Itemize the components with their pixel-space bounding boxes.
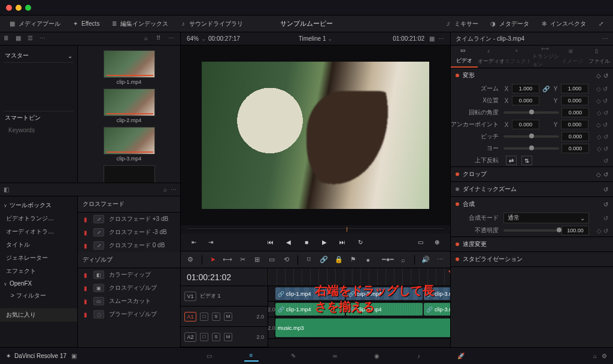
favorite-icon[interactable]: ▮ bbox=[83, 242, 89, 249]
keyframe-icon[interactable]: ◇ bbox=[596, 171, 601, 178]
crop-section-header[interactable]: クロップ◇↺ bbox=[451, 167, 613, 181]
opacity-slider[interactable] bbox=[503, 229, 559, 232]
reset-icon[interactable]: ↺ bbox=[603, 98, 608, 104]
zoom-y-field[interactable]: 1.000 bbox=[561, 84, 588, 93]
dynamic-zoom-section-header[interactable]: ダイナミックズーム↺ bbox=[451, 182, 613, 196]
toolbox-category[interactable]: ツールボックス bbox=[0, 199, 77, 212]
music-clip[interactable]: music.mp3 bbox=[275, 318, 450, 337]
link-icon[interactable]: 🔗 bbox=[319, 255, 329, 265]
overwrite-tool[interactable]: ▭ bbox=[267, 255, 277, 265]
snap-icon[interactable]: ⌑ bbox=[304, 255, 314, 265]
reset-icon[interactable]: ↺ bbox=[603, 122, 608, 128]
marker-icon[interactable]: ● bbox=[363, 255, 374, 265]
zoom-percent[interactable]: 64% bbox=[187, 35, 199, 42]
viewer-options-icon[interactable]: ⋯ bbox=[438, 35, 444, 42]
volume-icon[interactable]: 🔊 bbox=[421, 255, 431, 265]
fx-category[interactable]: エフェクト bbox=[0, 265, 77, 278]
reset-icon[interactable]: ↺ bbox=[603, 201, 608, 208]
openfx-category[interactable]: OpenFX bbox=[0, 278, 77, 289]
cut-page-button[interactable]: ≡ bbox=[244, 351, 259, 362]
tab-audio[interactable]: ♪オーディオ bbox=[478, 46, 505, 68]
sort-icon[interactable]: ⠿ bbox=[156, 35, 165, 43]
flip-v-button[interactable]: ⇅ bbox=[521, 156, 532, 165]
keyframe-icon[interactable]: ◇ bbox=[597, 228, 602, 234]
keyframe-icon[interactable]: ◇ bbox=[596, 86, 601, 92]
inspector-options-icon[interactable]: ⋯ bbox=[602, 35, 608, 42]
reset-icon[interactable]: ↺ bbox=[603, 72, 608, 79]
favorite-icon[interactable]: ▮ bbox=[83, 311, 89, 318]
tab-transition[interactable]: ⟷トランジション bbox=[532, 46, 559, 68]
lock-icon[interactable]: □ bbox=[200, 313, 208, 321]
yaw-slider[interactable] bbox=[503, 147, 559, 150]
favorite-icon[interactable]: ▮ bbox=[83, 272, 89, 278]
fx-category[interactable]: オーディオトラ… bbox=[0, 225, 77, 238]
color-page-button[interactable]: ◉ bbox=[370, 351, 384, 362]
edit-page-button[interactable]: ✎ bbox=[286, 351, 301, 362]
view-options-icon[interactable]: ⋯ bbox=[40, 35, 48, 43]
viewer-mode-icon[interactable]: ▦ bbox=[429, 35, 435, 42]
stabilize-section-header[interactable]: スタビライゼーション bbox=[451, 252, 613, 266]
media-page-button[interactable]: ▭ bbox=[202, 351, 217, 362]
pitch-field[interactable]: 0.000 bbox=[562, 132, 589, 141]
effects-toggle[interactable]: ✦Effects bbox=[68, 18, 103, 29]
opacity-field[interactable]: 100.00 bbox=[562, 226, 589, 235]
deliver-page-button[interactable]: 🚀 bbox=[454, 351, 468, 362]
blend-mode-select[interactable]: 通常⌄ bbox=[503, 213, 589, 223]
reset-icon[interactable]: ↺ bbox=[603, 110, 608, 116]
fullscreen-toggle[interactable]: ⤢ bbox=[593, 18, 608, 29]
transform-section-header[interactable]: 変形◇↺ bbox=[451, 68, 613, 83]
fx-category[interactable]: ビデオトランジ… bbox=[0, 212, 77, 225]
next-frame-button[interactable]: ⏭ bbox=[336, 238, 348, 247]
window-close-button[interactable] bbox=[6, 5, 12, 11]
favorites-category[interactable]: お気に入り bbox=[0, 308, 77, 321]
keywords-bin[interactable]: Keywords bbox=[4, 125, 74, 136]
pitch-slider[interactable] bbox=[503, 135, 559, 138]
master-bin[interactable]: マスター⌄ bbox=[4, 49, 74, 63]
pos-x-field[interactable]: 0.000 bbox=[512, 96, 539, 105]
flag-icon[interactable]: ⚑ bbox=[348, 255, 359, 265]
yaw-field[interactable]: 0.000 bbox=[562, 144, 589, 153]
timeline-ruler[interactable]: 右端をドラッグして長さを揃える bbox=[268, 268, 450, 286]
effect-item[interactable]: ▮⤢クロスフェード +3 dB bbox=[78, 213, 180, 226]
anchor-y-field[interactable]: 0.000 bbox=[561, 120, 588, 129]
reset-icon[interactable]: ↺ bbox=[603, 228, 608, 234]
settings-icon[interactable]: ⚙ bbox=[602, 353, 607, 359]
smart-bins-header[interactable]: スマートビン bbox=[4, 111, 74, 125]
fusion-page-button[interactable]: ∞ bbox=[328, 351, 342, 362]
effect-item[interactable]: ▮⤢クロスフェード -3 dB bbox=[78, 226, 180, 239]
reset-icon[interactable]: ↺ bbox=[603, 171, 608, 178]
video-track-header[interactable]: V1 ビデオ 1 bbox=[181, 286, 268, 307]
zoom-slider-icon[interactable]: ━●━ bbox=[383, 255, 393, 265]
mark-in-icon[interactable]: ⇤ bbox=[188, 238, 200, 247]
pool-options-icon[interactable]: ⋯ bbox=[168, 35, 177, 43]
composite-section-header[interactable]: 合成↺ bbox=[451, 197, 613, 211]
window-zoom-button[interactable] bbox=[25, 5, 31, 11]
timeline-timecode[interactable]: 01:00:21:02 bbox=[181, 268, 268, 286]
metadata-toggle[interactable]: ◑メタデータ bbox=[485, 18, 533, 30]
keyframe-icon[interactable]: ◇ bbox=[596, 72, 601, 79]
effect-item[interactable]: ▮◌ブラーディゾルブ bbox=[78, 308, 180, 321]
effects-options-icon[interactable]: ⋯ bbox=[171, 186, 177, 193]
filters-category[interactable]: > フィルター bbox=[0, 289, 77, 302]
first-frame-button[interactable]: ⏮ bbox=[265, 238, 277, 247]
anchor-x-field[interactable]: 0.000 bbox=[512, 120, 539, 129]
clip-thumbnail[interactable]: clip-1.mp4 bbox=[104, 50, 155, 85]
lock-icon[interactable]: □ bbox=[200, 333, 208, 341]
media-pool-toggle[interactable]: ▦メディアプール bbox=[5, 18, 64, 30]
sound-library-toggle[interactable]: ♪サウンドライブラリ bbox=[175, 18, 247, 30]
stop-button[interactable]: ■ bbox=[301, 238, 312, 247]
keyframe-icon[interactable]: ◇ bbox=[597, 110, 602, 116]
favorite-icon[interactable]: ▮ bbox=[83, 229, 89, 236]
tab-image[interactable]: ▣イメージ bbox=[559, 46, 586, 68]
insert-tool[interactable]: ⊞ bbox=[252, 255, 262, 265]
viewer-scrubber[interactable] bbox=[181, 225, 450, 233]
trim-tool[interactable]: ⟷ bbox=[223, 255, 233, 265]
tab-file[interactable]: ▯ファイル bbox=[586, 46, 613, 68]
window-minimize-button[interactable] bbox=[16, 5, 22, 11]
fairlight-page-button[interactable]: ♪ bbox=[412, 351, 426, 362]
link-icon[interactable]: 🔗 bbox=[542, 86, 550, 92]
clip-thumbnail[interactable]: clip-3.mp4 bbox=[104, 127, 155, 162]
play-button[interactable]: ▶ bbox=[318, 238, 330, 247]
match-frame-icon[interactable]: ▭ bbox=[414, 238, 426, 247]
reset-icon[interactable]: ↺ bbox=[603, 134, 608, 140]
